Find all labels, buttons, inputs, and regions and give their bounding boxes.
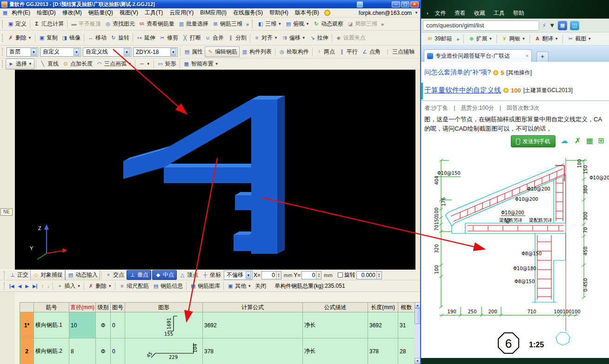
close-button[interactable]: × xyxy=(410,1,419,7)
address-input[interactable]: com/question/giml/list xyxy=(423,20,539,31)
screenshot-icon[interactable]: ◫ xyxy=(570,21,579,30)
cell-diameter[interactable]: 8 xyxy=(69,338,96,364)
btn-rebar-3d[interactable]: ⊞钢筋三维 xyxy=(210,19,244,29)
tool-break[interactable]: ╳打断 xyxy=(180,33,203,43)
col-grade[interactable]: 级别 xyxy=(96,303,111,312)
tool-extend[interactable]: ↦延伸 xyxy=(134,33,157,43)
col-length[interactable]: 长度(mm) xyxy=(368,303,398,312)
toolbar-grip[interactable] xyxy=(252,20,254,28)
bookmark-mail[interactable]: ✉39邮箱 xyxy=(425,34,454,44)
snap-vertex[interactable]: △顶点 xyxy=(177,270,200,280)
tool-split[interactable]: ∥分割 xyxy=(226,33,248,43)
menu-view[interactable]: 视图(V) xyxy=(116,8,141,18)
table-row[interactable]: 2 横向钢筋.2 8 Φ 0 104 229 45 378 净长 378 28 xyxy=(20,338,415,364)
snap-midpoint[interactable]: ◆中点 xyxy=(152,270,177,280)
tool-align[interactable]: ≡对齐▼ xyxy=(252,33,280,43)
bookmark-translate[interactable]: A翻译▼ xyxy=(532,34,560,44)
table-row[interactable]: 1* 横向钢筋.1 10 Φ 0 1691 155 3692 净长 3692 3… xyxy=(20,312,415,338)
btn-summary-calc[interactable]: Σ汇总计算 xyxy=(32,19,66,29)
col-formula-desc[interactable]: 公式描述 xyxy=(303,303,368,312)
tool-offset[interactable]: ⇉偏移▼ xyxy=(280,33,308,43)
chevron-down-icon[interactable]: ▼ xyxy=(549,22,555,29)
menu-rebar-qty[interactable]: 钢筋量(Q) xyxy=(85,8,116,18)
tab-close-icon[interactable]: × xyxy=(526,53,529,59)
smiley-icon[interactable] xyxy=(324,10,330,16)
rotate-input[interactable]: 0.000▲▼ xyxy=(356,271,382,279)
menu-chevron-icon[interactable]: › xyxy=(427,10,428,16)
scroll-thumb[interactable] xyxy=(415,308,421,324)
cell-shape[interactable]: 104 229 45 xyxy=(125,338,203,364)
overflow-chevron-icon[interactable]: » xyxy=(246,21,249,27)
btn-smart-layout[interactable]: ▦智能布置▼ xyxy=(181,59,221,69)
component-select[interactable]: ZDYX-18▼ xyxy=(133,47,178,57)
tool-delete[interactable]: ✗删除▼ xyxy=(6,33,33,43)
btn-point-length[interactable]: ⊙点加长度 xyxy=(60,59,94,69)
spinner-icon[interactable]: ▲▼ xyxy=(316,271,321,279)
axis-two-point[interactable]: ⁝两点 xyxy=(314,47,337,57)
cell-qty[interactable]: 31 xyxy=(398,312,415,338)
menu-help[interactable]: 帮助 xyxy=(509,8,528,18)
menu-version[interactable]: 版本号(B) xyxy=(292,8,322,18)
spinner-icon[interactable]: ▲▼ xyxy=(376,271,381,279)
cell-desc[interactable]: 净长 xyxy=(303,338,368,364)
cell-diameter[interactable]: 10 xyxy=(69,312,96,338)
tool-copy[interactable]: ▣复制 xyxy=(37,33,60,43)
maximize-button[interactable]: ▢ xyxy=(401,1,409,7)
col-fig-no[interactable]: 图号 xyxy=(111,303,125,312)
menu-draw[interactable]: 绘图(D) xyxy=(33,8,59,18)
overflow-chevron-icon[interactable]: » xyxy=(381,21,384,27)
toolbar-grip[interactable] xyxy=(4,282,6,290)
cell-fig[interactable]: 0 xyxy=(111,338,125,364)
y-input[interactable]: 0▲▼ xyxy=(301,271,321,279)
btn-component-list[interactable]: ▥构件列表 xyxy=(240,47,274,57)
cell-shape[interactable]: 1691 155 xyxy=(125,312,203,338)
nav-down-icon[interactable]: ↓ xyxy=(45,284,51,289)
menu-favorites[interactable]: 收藏 xyxy=(470,8,489,18)
snap-coord[interactable]: ┼坐标 xyxy=(200,270,223,280)
btn-close-grid[interactable]: 关闭 xyxy=(253,281,268,291)
btn-orbit[interactable]: ↻动态观察 xyxy=(311,19,345,29)
toolbar-grip[interactable] xyxy=(2,34,4,42)
btn-line[interactable]: ╲直线 xyxy=(38,59,60,69)
flash-icon[interactable]: ⚡ xyxy=(542,22,546,29)
col-rebar-id[interactable]: 筋号 xyxy=(34,303,69,312)
btn-select[interactable]: ►选择▼ xyxy=(6,59,34,69)
cell-length[interactable]: 378 xyxy=(368,338,398,364)
nav-up-icon[interactable]: ↑ xyxy=(39,284,45,289)
cell-grade[interactable]: Φ xyxy=(96,312,111,338)
btn-rebar-library[interactable]: ▦钢筋图库 xyxy=(188,281,222,291)
nav-prev-icon[interactable]: ◀ xyxy=(16,284,24,289)
tool-mirror[interactable]: ◨镜像 xyxy=(60,33,82,43)
btn-define[interactable]: ▣定义 xyxy=(6,19,28,29)
tool-merge[interactable]: ∪合并 xyxy=(203,33,226,43)
chevron-down-icon[interactable]: ▼ xyxy=(415,11,418,15)
btn-batch-select[interactable]: ▥批量选择 xyxy=(176,19,210,29)
offset-select[interactable]: 不偏移▼ xyxy=(224,271,253,280)
btn-properties[interactable]: ▤属性 xyxy=(182,47,205,57)
minimize-button[interactable]: ─ xyxy=(392,1,400,7)
element-select[interactable]: 自定义线▼ xyxy=(83,47,131,57)
col-qty[interactable]: 根数 xyxy=(398,303,415,312)
btn-view-rebar-qty[interactable]: 66查看钢筋量 xyxy=(137,19,176,29)
category-select[interactable]: 自定义▼ xyxy=(40,47,81,57)
menu-file[interactable]: 文件 xyxy=(431,8,450,18)
tool-move[interactable]: ↔移动 xyxy=(86,33,108,43)
new-tab-button[interactable]: + xyxy=(536,52,549,62)
tool-trim[interactable]: ✂修剪 xyxy=(157,33,180,43)
toolbar-grip[interactable] xyxy=(2,60,4,68)
toolbar-grip[interactable] xyxy=(4,271,6,279)
btn-top-view[interactable]: ▤俯视▼ xyxy=(283,19,311,29)
save-capture-icon[interactable]: ⊞ xyxy=(598,136,604,145)
btn-scale-rebar[interactable]: ≡缩尺配筋 xyxy=(117,281,151,291)
tool-rotate[interactable]: ↻旋转 xyxy=(108,33,131,43)
bookmark-extensions[interactable]: ⊕扩展▼ xyxy=(466,34,494,44)
cell-name[interactable]: 横向钢筋.1 xyxy=(34,312,69,338)
menu-view[interactable]: 查看 xyxy=(451,8,469,18)
menu-cloud[interactable]: 云应用(Y) xyxy=(166,8,197,18)
col-shape[interactable]: 图形 xyxy=(125,303,203,312)
toggle-ortho[interactable]: ⊥正交 xyxy=(7,270,30,280)
cell-formula[interactable]: 3692 xyxy=(203,312,303,338)
bookmark-screenshot[interactable]: ✂截图▼ xyxy=(565,34,593,44)
cell-desc[interactable]: 净长 xyxy=(303,312,368,338)
snap-perpendicular[interactable]: ⊥垂点 xyxy=(127,270,151,280)
